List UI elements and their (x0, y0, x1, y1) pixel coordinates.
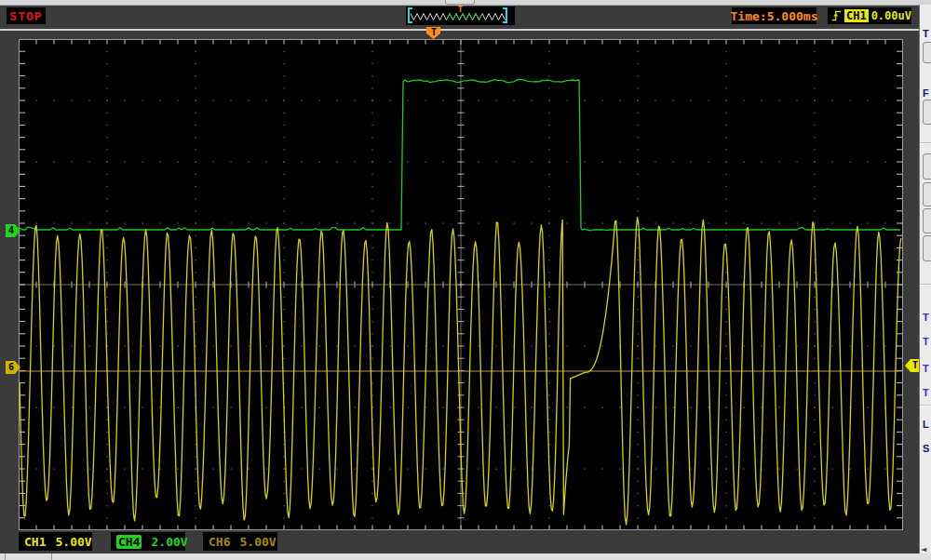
channel-ch4-button[interactable]: CH4 2.00V (111, 532, 185, 551)
trigger-position-marker[interactable]: T (426, 27, 441, 41)
sidebar-fragment-label: T (923, 312, 929, 323)
ch6-scale-value: 5.00V (239, 535, 276, 549)
sidebar-button-partial[interactable] (923, 182, 931, 207)
sidebar-fragment-label: T (923, 28, 929, 39)
ch4-name: CH4 (116, 535, 142, 549)
trigger-level-marker[interactable]: T (905, 359, 920, 373)
sidebar-button-partial[interactable] (923, 208, 931, 233)
sidebar-separator (920, 142, 931, 144)
scrollbar-left-arrow-icon[interactable]: ◄ (921, 545, 926, 553)
window-bottom-edge (0, 553, 931, 560)
ch4-scale-value: 2.00V (151, 535, 187, 549)
ch1-scale-value: 5.00V (55, 535, 91, 549)
ch6-name: CH6 (209, 535, 230, 549)
ch1-name: CH1 (24, 535, 46, 549)
sidebar-fragment-label: T (923, 387, 929, 398)
scope-display[interactable] (19, 39, 903, 530)
stop-label: STOP (9, 9, 42, 23)
ch4-marker-label: 4 (8, 224, 14, 237)
sidebar-separator (920, 405, 931, 407)
sidebar-fragment-label: T (923, 363, 929, 374)
ch4-level-marker[interactable]: 4 (6, 224, 20, 238)
ch6-marker-label: 6 (8, 361, 14, 374)
oscilloscope-window: STOP T Time:5.000ms CH1 0.00uV 4 6 T (0, 0, 931, 560)
bottom-strip-mark (51, 553, 52, 560)
trigger-position-marker-label: T (431, 26, 437, 39)
sidebar-fragment-label: F (923, 87, 929, 99)
ch6-level-marker[interactable]: 6 (6, 361, 20, 375)
sidebar-fragment-label: S (923, 443, 929, 454)
sidebar-button-partial[interactable] (923, 235, 931, 261)
trigger-level-value: 0.00uV (871, 9, 911, 22)
channel-ch1-button[interactable]: CH1 5.00V (19, 532, 92, 551)
toolbar: STOP T Time:5.000ms CH1 0.00uV (0, 6, 919, 26)
sidebar-fragment-label: T (923, 336, 929, 347)
timebase-readout: Time:5.000ms (732, 7, 816, 24)
bottom-strip-mark (5, 553, 6, 560)
trigger-source-chip: CH1 (844, 9, 869, 22)
sidebar-button-partial[interactable] (923, 42, 931, 63)
trigger-readout: CH1 0.00uV (828, 7, 911, 24)
sidebar-button-partial[interactable] (923, 100, 931, 125)
control-sidebar: ◄ TFTTTTLS (919, 5, 931, 553)
rising-edge-icon (831, 7, 842, 24)
trigger-level-marker-label: T (912, 359, 918, 372)
panel-bevel-line (0, 29, 919, 31)
channel-bar: CH1 5.00V CH4 2.00V CH6 5.00V (0, 530, 919, 553)
sidebar-button-partial[interactable] (923, 153, 931, 180)
stop-button[interactable]: STOP (7, 7, 46, 24)
preview-trigger-marker: T (458, 5, 463, 14)
channel-ch6-button[interactable]: CH6 5.00V (203, 532, 277, 551)
sidebar-fragment-label: L (923, 419, 929, 430)
timebase-label: Time:5.000ms (731, 9, 818, 23)
trigger-position-preview[interactable]: T (406, 7, 515, 25)
sidebar-separator (920, 284, 931, 286)
